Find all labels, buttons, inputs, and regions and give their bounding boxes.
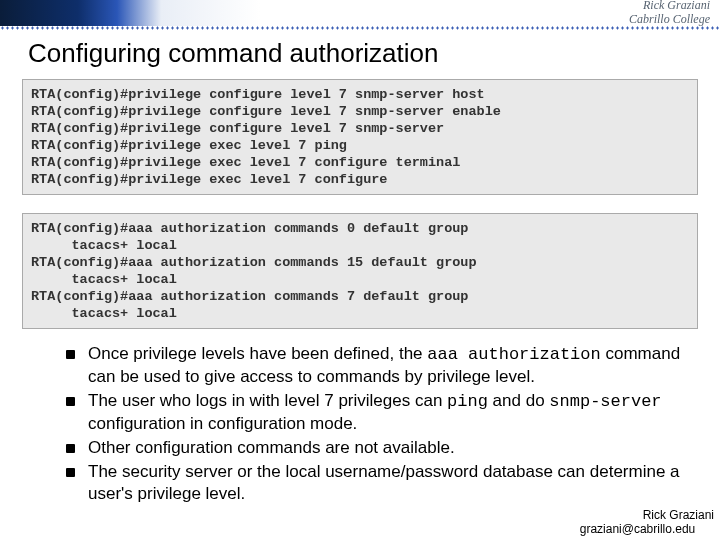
bullet-item: The security server or the local usernam…: [66, 461, 694, 505]
bullet-item: Once privilege levels have been defined,…: [66, 343, 694, 388]
header-graphic: [0, 0, 260, 26]
header-band: Rick Graziani Cabrillo College: [0, 0, 720, 26]
slide-footer: Rick Graziani graziani@cabrillo.edu 44: [580, 508, 714, 536]
terminal-block-1: RTA(config)#privilege configure level 7 …: [22, 79, 698, 195]
header-divider: [0, 26, 720, 30]
header-author-name: Rick Graziani: [629, 0, 710, 12]
bullet-item: Other configuration commands are not ava…: [66, 437, 694, 459]
header-author-org: Cabrillo College: [629, 12, 710, 26]
bullet-item: The user who logs in with level 7 privil…: [66, 390, 694, 435]
footer-author: Rick Graziani: [643, 508, 714, 522]
footer-email: graziani@cabrillo.edu: [580, 522, 696, 536]
page-title: Configuring command authorization: [28, 38, 720, 69]
header-author: Rick Graziani Cabrillo College: [629, 0, 710, 26]
bullet-list: Once privilege levels have been defined,…: [26, 343, 694, 505]
terminal-output-1: RTA(config)#privilege configure level 7 …: [22, 79, 698, 195]
terminal-block-2: RTA(config)#aaa authorization commands 0…: [22, 213, 698, 329]
terminal-output-2: RTA(config)#aaa authorization commands 0…: [22, 213, 698, 329]
